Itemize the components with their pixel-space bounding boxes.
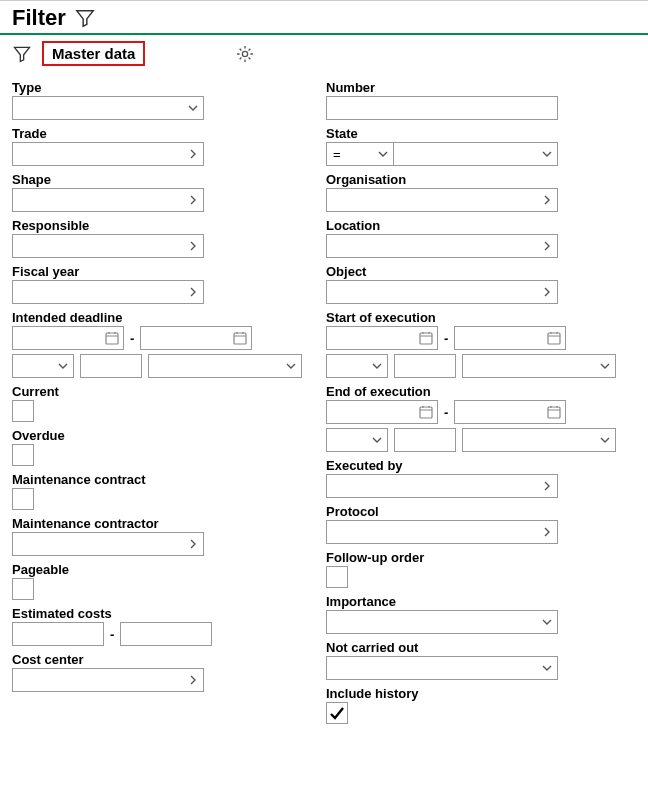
chevron-down-icon [541,662,553,674]
chevron-down-icon [371,434,383,446]
type-select[interactable] [12,96,204,120]
current-label: Current [12,384,302,399]
svg-rect-3 [420,333,432,344]
gear-icon[interactable] [235,44,255,64]
importance-select[interactable] [326,610,558,634]
end-execution-label: End of execution [326,384,616,399]
end-op-select[interactable] [326,428,388,452]
trade-lookup[interactable] [12,142,204,166]
state-value-select[interactable] [394,142,558,166]
maintenance-contractor-label: Maintenance contractor [12,516,302,531]
include-history-checkbox[interactable] [326,702,348,724]
maintenance-contract-label: Maintenance contract [12,472,302,487]
chevron-down-icon [377,148,389,160]
deadline-unit-select[interactable] [148,354,302,378]
deadline-value-input[interactable] [80,354,142,378]
number-label: Number [326,80,616,95]
overdue-label: Overdue [12,428,302,443]
svg-point-0 [243,51,248,56]
chevron-right-icon [541,240,553,252]
include-history-label: Include history [326,686,616,701]
responsible-lookup[interactable] [12,234,204,258]
calendar-icon [546,330,562,346]
intended-deadline-from[interactable] [12,326,124,350]
end-execution-from[interactable] [326,400,438,424]
estimated-costs-label: Estimated costs [12,606,302,621]
chevron-right-icon [541,526,553,538]
range-dash: - [128,331,136,346]
organisation-label: Organisation [326,172,616,187]
cost-center-label: Cost center [12,652,302,667]
number-input[interactable] [326,96,558,120]
chevron-down-icon [187,102,199,114]
calendar-icon [232,330,248,346]
state-operator-value: = [333,147,341,162]
filter-icon [74,7,96,29]
page-title: Filter [12,5,66,31]
state-operator-select[interactable]: = [326,142,394,166]
chevron-right-icon [541,480,553,492]
overdue-checkbox[interactable] [12,444,34,466]
follow-up-order-checkbox[interactable] [326,566,348,588]
protocol-label: Protocol [326,504,616,519]
end-value-input[interactable] [394,428,456,452]
current-checkbox[interactable] [12,400,34,422]
range-dash: - [108,627,116,642]
responsible-label: Responsible [12,218,302,233]
state-label: State [326,126,616,141]
maintenance-contractor-lookup[interactable] [12,532,204,556]
chevron-right-icon [187,286,199,298]
chevron-right-icon [541,194,553,206]
not-carried-out-label: Not carried out [326,640,616,655]
start-execution-to[interactable] [454,326,566,350]
not-carried-out-select[interactable] [326,656,558,680]
chevron-down-icon [599,434,611,446]
type-label: Type [12,80,302,95]
end-unit-select[interactable] [462,428,616,452]
estimated-costs-from[interactable] [12,622,104,646]
chevron-right-icon [187,538,199,550]
intended-deadline-label: Intended deadline [12,310,302,325]
chevron-right-icon [541,286,553,298]
intended-deadline-to[interactable] [140,326,252,350]
estimated-costs-to[interactable] [120,622,212,646]
chevron-down-icon [285,360,297,372]
filter-tab-icon[interactable] [12,44,32,64]
chevron-right-icon [187,194,199,206]
shape-lookup[interactable] [12,188,204,212]
svg-rect-4 [548,333,560,344]
executed-by-lookup[interactable] [326,474,558,498]
deadline-op-select[interactable] [12,354,74,378]
object-label: Object [326,264,616,279]
calendar-icon [104,330,120,346]
cost-center-lookup[interactable] [12,668,204,692]
maintenance-contract-checkbox[interactable] [12,488,34,510]
chevron-right-icon [187,674,199,686]
start-op-select[interactable] [326,354,388,378]
chevron-down-icon [541,148,553,160]
check-icon [328,704,346,722]
start-value-input[interactable] [394,354,456,378]
trade-label: Trade [12,126,302,141]
range-dash: - [442,331,450,346]
start-execution-from[interactable] [326,326,438,350]
end-execution-to[interactable] [454,400,566,424]
calendar-icon [418,330,434,346]
follow-up-order-label: Follow-up order [326,550,616,565]
start-unit-select[interactable] [462,354,616,378]
calendar-icon [418,404,434,420]
location-lookup[interactable] [326,234,558,258]
location-label: Location [326,218,616,233]
chevron-down-icon [541,616,553,628]
svg-rect-2 [234,333,246,344]
svg-rect-5 [420,407,432,418]
organisation-lookup[interactable] [326,188,558,212]
object-lookup[interactable] [326,280,558,304]
pageable-checkbox[interactable] [12,578,34,600]
fiscal-year-label: Fiscal year [12,264,302,279]
protocol-lookup[interactable] [326,520,558,544]
tab-master-data[interactable]: Master data [42,41,145,66]
fiscal-year-lookup[interactable] [12,280,204,304]
pageable-label: Pageable [12,562,302,577]
chevron-right-icon [187,240,199,252]
